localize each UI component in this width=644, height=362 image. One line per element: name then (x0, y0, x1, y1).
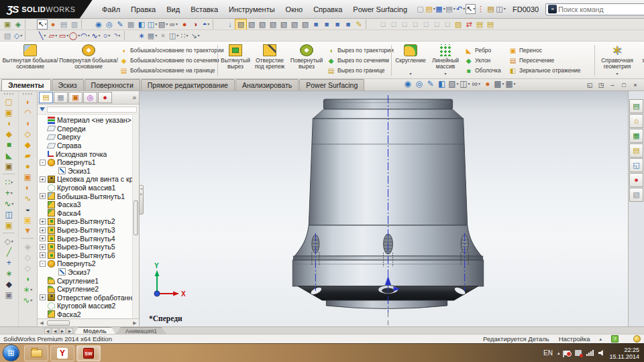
expand-toggle-icon[interactable]: + (40, 294, 46, 300)
panel-splitter[interactable]: ◂▸ (139, 185, 144, 215)
quick-access-icon[interactable]: ▤ (486, 4, 496, 14)
tree-item[interactable]: Круговой массив1 (39, 184, 139, 192)
doc-window-button[interactable]: – (608, 80, 617, 89)
expand-toggle-icon[interactable]: + (40, 252, 46, 258)
toolbar-icon[interactable]: ∿ (23, 194, 33, 204)
scrollbar-thumb[interactable] (47, 320, 70, 326)
toolbar-icon[interactable]: ◫ (168, 31, 179, 41)
toolbar-icon[interactable]: ∗ (23, 285, 33, 296)
scroll-right-icon[interactable]: ▶ (131, 320, 139, 326)
tree-item[interactable]: + Вырез-Вытянуть5 (39, 243, 139, 251)
expand-toggle-icon[interactable] (50, 168, 56, 174)
expand-toggle-icon[interactable] (40, 134, 46, 140)
toolbar-icon[interactable]: ▧ (289, 19, 300, 29)
toolbar-icon[interactable]: ◇ (13, 31, 23, 41)
tree-item[interactable]: - Повернуть1 (39, 158, 139, 167)
toolbar-icon[interactable]: ◑ (190, 19, 201, 29)
ribbon-stack-button[interactable]: ▤ Пересечение (507, 56, 593, 66)
toolbar-icon[interactable]: ◓ (201, 19, 211, 29)
quick-access-icon[interactable]: ⋮ (476, 4, 486, 14)
toolbar-icon[interactable] (3, 233, 15, 235)
tree-item[interactable]: + Вырез-Вытянуть4 (39, 234, 139, 243)
toolbar-icon[interactable]: ∗ (4, 269, 14, 280)
tab-scroll-icon[interactable]: ▶ (66, 328, 73, 334)
action-center-flag-icon[interactable] (564, 351, 570, 355)
fillet-button[interactable]: Скругление ▾ (393, 43, 428, 78)
expand-toggle-icon[interactable] (40, 311, 46, 317)
tab-scroll-icon[interactable]: ▶ (59, 328, 66, 334)
tree-item[interactable]: Эскиз1 (39, 167, 139, 176)
toolbar-icon[interactable] (81, 19, 92, 29)
feature-manager-tab[interactable]: ● (98, 92, 112, 103)
volume-icon[interactable] (598, 350, 605, 356)
view-tool-icon[interactable]: ∞ (471, 79, 481, 89)
menu-item[interactable]: Справка (308, 3, 347, 15)
toolbar-icon[interactable]: ▢ (4, 97, 14, 108)
view-tool-icon[interactable]: ◉ (402, 79, 413, 89)
filter-input[interactable] (47, 107, 137, 113)
toolbar-icon[interactable] (21, 238, 34, 241)
model-tab[interactable]: Анимация1 (117, 327, 166, 334)
toolbar-icon[interactable]: ▧ (268, 19, 278, 29)
ribbon-stack-button[interactable]: ▤ Вырез по границе (325, 66, 390, 76)
toolbar-icon[interactable]: ↓ (225, 19, 235, 29)
toolbar-grip[interactable] (4, 93, 13, 95)
ribbon-stack-button[interactable]: ◣ Ребро (463, 46, 507, 56)
task-pane-tab-icon[interactable]: ● (629, 173, 643, 187)
view-tool-icon[interactable]: ▦ (505, 79, 515, 89)
toolbar-icon[interactable]: ⇄ (464, 19, 474, 29)
quick-access-icon[interactable]: ▤ (445, 4, 455, 14)
expand-toggle-icon[interactable]: + (40, 219, 46, 225)
language-indicator[interactable]: EN (543, 349, 553, 357)
toolbar-icon[interactable] (25, 31, 36, 40)
tree-item[interactable]: Фаска3 (39, 200, 139, 209)
feature-manager-tab[interactable]: ◎ (83, 92, 97, 103)
doc-window-button[interactable]: × (631, 80, 640, 89)
expand-toggle-icon[interactable]: + (40, 193, 46, 199)
toolbar-icon[interactable]: □ (421, 19, 431, 29)
view-tool-icon[interactable]: ▧ (448, 79, 458, 89)
toolbar-icon[interactable]: ▣ (4, 290, 14, 301)
ribbon-stack-button[interactable]: ◆ Вырез по сечениям (325, 56, 390, 66)
toolbar-icon[interactable]: ∷ (179, 31, 190, 41)
toolbar-icon[interactable]: ▤ (485, 19, 496, 29)
quick-access-icon[interactable]: ◫ (496, 4, 506, 14)
quick-access-icon[interactable]: ▤ (425, 4, 435, 14)
toolbar-icon[interactable]: □ (410, 19, 421, 29)
toolbar-icon[interactable]: ✎ (354, 19, 364, 29)
toolbar-icon[interactable]: ╲ (37, 31, 48, 41)
toolbar-icon[interactable] (25, 19, 36, 29)
toolbar-icon[interactable]: ◈ (13, 19, 23, 29)
reference-geometry-caret[interactable]: ▾ (616, 71, 618, 78)
toolbar-icon[interactable]: ● (23, 162, 33, 172)
expand-toggle-icon[interactable]: - (40, 160, 46, 166)
task-pane-tab-icon[interactable]: ▤ (629, 143, 643, 158)
toolbar-icon[interactable]: ▣ (23, 215, 33, 226)
toolbar-icon[interactable]: ▼ (23, 226, 33, 237)
toolbar-icon[interactable]: ◫ (4, 210, 14, 221)
toolbar-icon[interactable]: ▱ (48, 31, 58, 41)
toolbar-icon[interactable]: □ (399, 19, 410, 29)
model-tab[interactable]: Модель (74, 327, 115, 334)
toolbar-icon[interactable]: ● (48, 19, 58, 29)
toolbar-icon[interactable]: ◈ (23, 242, 33, 253)
tree-item[interactable]: + Цековка для винта с круглс (39, 175, 139, 184)
toolbar-icon[interactable]: + (4, 188, 14, 199)
toolbar-icon[interactable] (213, 19, 223, 29)
feature-manager-tab[interactable]: ▦ (54, 92, 68, 103)
toolbar-icon[interactable]: ▧ (257, 19, 268, 29)
command-search[interactable]: » ▾ (545, 3, 644, 15)
view-tool-icon[interactable]: ● (482, 79, 492, 89)
toolbar-icon[interactable]: ▧ (235, 19, 246, 29)
toolbar-icon[interactable]: ◖ (23, 274, 33, 285)
doc-window-button[interactable]: □ (619, 80, 629, 89)
ribbon-stack-button[interactable]: ◧ Зеркальное отражение (507, 66, 593, 76)
toolbar-icon[interactable]: ◣ (4, 151, 14, 162)
toolbar-icon[interactable]: ■ (321, 19, 332, 29)
feature-manager-more[interactable]: » (132, 94, 138, 101)
toolbar-icon[interactable]: ▦ (147, 31, 158, 41)
quick-access-icon[interactable]: ↖ (466, 4, 476, 14)
tree-item[interactable]: Эскиз7 (39, 268, 139, 277)
clock[interactable]: 22:25 15.11.2014 (610, 347, 639, 360)
tree-item[interactable]: Сверху (39, 133, 139, 141)
